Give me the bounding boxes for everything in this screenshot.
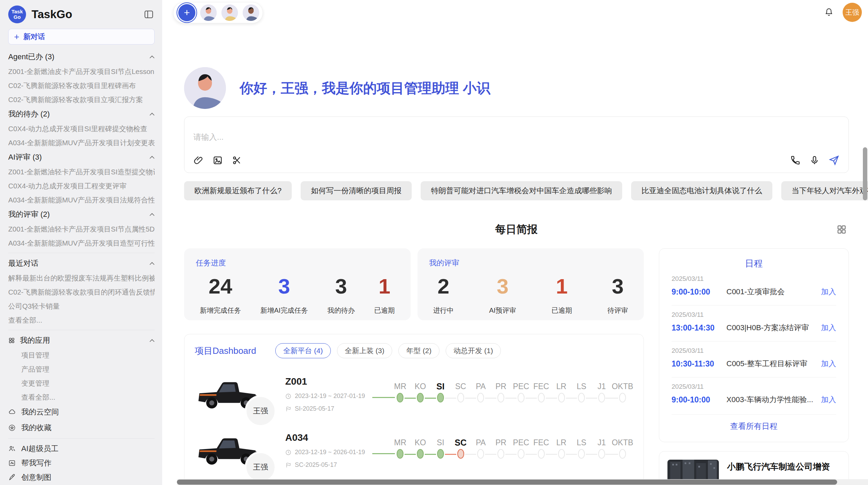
milestone-dot xyxy=(477,393,484,402)
image-icon[interactable] xyxy=(213,155,223,165)
app-link-item[interactable]: 产品管理 xyxy=(8,362,155,376)
sidebar-item-cloud-space[interactable]: 我的云空间 xyxy=(8,404,155,420)
suggestion-chip[interactable]: 比亚迪全固态电池计划具体说了什么 xyxy=(631,181,772,200)
agent-avatar-1[interactable] xyxy=(200,4,217,21)
sidebar-section-header[interactable]: 我的评审 (2) xyxy=(8,207,155,222)
milestone: MR xyxy=(390,381,410,408)
phone-call-icon[interactable] xyxy=(790,155,800,165)
app-link-item[interactable]: 变更管理 xyxy=(8,376,155,390)
join-meeting-link[interactable]: 加入 xyxy=(821,395,836,405)
input-toolbar xyxy=(193,153,840,167)
sidebar-task-item[interactable]: A034-全新新能源MUV产品开发项目法规符合性评审 xyxy=(8,193,155,207)
dashboard-tab[interactable]: 年型 (2) xyxy=(398,343,439,358)
join-meeting-link[interactable]: 加入 xyxy=(821,287,836,297)
recent-conversation-item[interactable]: 公司Q3轻卡销量 xyxy=(8,299,155,313)
view-all-schedule-link[interactable]: 查看所有日程 xyxy=(672,414,836,435)
layout-grid-icon[interactable] xyxy=(836,224,847,235)
person-illustration xyxy=(200,4,217,21)
sidebar-item-help-write[interactable]: 帮我写作 xyxy=(8,456,155,470)
sidebar-task-item[interactable]: C0X4-动力总成开发项目工程变更评审 xyxy=(8,179,155,193)
clock-icon xyxy=(285,449,291,456)
dashboard-tab[interactable]: 全新平台 (4) xyxy=(275,343,331,358)
agent-pill: + xyxy=(173,2,263,23)
join-meeting-link[interactable]: 加入 xyxy=(821,323,836,333)
notifications-bell-icon[interactable] xyxy=(824,8,834,17)
section-title: 我的评审 (2) xyxy=(8,209,149,220)
microphone-icon[interactable] xyxy=(809,155,820,165)
agent-avatar-3[interactable] xyxy=(243,4,259,21)
project-row[interactable]: 王强A0342023-12-19 ~ 2026-01-19SC-2025-05-… xyxy=(195,430,633,471)
send-icon[interactable] xyxy=(829,155,840,166)
chevron-up-icon[interactable] xyxy=(149,156,155,159)
sidebar-item-creative-drawing[interactable]: 创意制图 xyxy=(8,470,155,485)
sidebar-item-ai-super-staff[interactable]: AI超级员工 xyxy=(8,442,155,456)
sidebar-task-item[interactable]: C02-飞腾新能源轻客改款项目立项汇报方案 xyxy=(8,92,155,107)
person-illustration xyxy=(243,4,259,21)
suggestion-chip[interactable]: 当下年轻人对汽车外观有怎样的喜好趋势 xyxy=(781,181,868,200)
milestone-label: KO xyxy=(410,381,431,392)
flag-icon xyxy=(285,462,291,468)
add-agent-button[interactable]: + xyxy=(178,4,195,21)
scissors-icon[interactable] xyxy=(232,155,242,165)
chevron-up-icon[interactable] xyxy=(149,112,155,116)
milestone-dot xyxy=(619,393,626,402)
collapse-sidebar-icon[interactable] xyxy=(143,9,155,20)
chevron-up-icon[interactable] xyxy=(149,262,155,265)
star-circle-icon xyxy=(8,424,16,432)
suggestion-chip[interactable]: 特朗普可能对进口汽车增税会对中国车企造成哪些影响 xyxy=(421,181,622,200)
sidebar-item-label: 创意制图 xyxy=(21,472,51,483)
milestone: PEC xyxy=(511,437,531,464)
horizontal-scrollbar-track[interactable] xyxy=(177,479,868,485)
sidebar-section-header[interactable]: 我的待办 (2) xyxy=(8,107,155,122)
sidebar-task-item[interactable]: A034-全新新能源MUV产品开发项目造型可行性评审 xyxy=(8,236,155,250)
horizontal-scrollbar-thumb[interactable] xyxy=(177,480,837,485)
chevron-up-icon[interactable] xyxy=(149,55,155,59)
agent-avatar-2[interactable] xyxy=(221,4,238,21)
recent-conversation-item[interactable]: C02-飞腾新能源轻客改款项目的闭环通告反馈情况 xyxy=(8,285,155,299)
milestone: LR xyxy=(551,381,571,408)
milestone: PR xyxy=(491,381,511,408)
sidebar-task-item[interactable]: Z001-全新燃油轻卡产品开发项目SI节点属性5D文件评审 xyxy=(8,222,155,236)
attachment-icon[interactable] xyxy=(193,155,204,165)
event-time: 9:00-10:00 xyxy=(672,395,726,405)
view-all-conversations-link[interactable]: 查看全部... xyxy=(8,313,155,327)
milestone-dot xyxy=(518,393,525,402)
dashboard-tab[interactable]: 动总开发 (1) xyxy=(446,343,501,358)
dashboard-tab[interactable]: 全新上装 (3) xyxy=(337,343,393,358)
milestone-dot xyxy=(538,393,545,402)
vertical-scrollbar-thumb[interactable] xyxy=(863,147,867,200)
sidebar-task-item[interactable]: C0X4-动力总成开发项目SI里程碑提交物检查 xyxy=(8,122,155,136)
sidebar-item-favorites[interactable]: 我的收藏 xyxy=(8,420,155,436)
cloud-icon xyxy=(8,408,16,416)
suggestion-chip[interactable]: 如何写一份清晰的项目周报 xyxy=(301,181,412,200)
milestone: OKTB xyxy=(612,437,633,464)
view-all-apps-link[interactable]: 查看全部... xyxy=(8,390,155,404)
milestone-label: OKTB xyxy=(612,437,633,448)
stat-item: 3AI预评审 xyxy=(489,274,516,315)
suggestion-chip[interactable]: 欧洲新规最近颁布了什么? xyxy=(184,181,292,200)
chat-input[interactable] xyxy=(193,123,840,153)
stat-label: 我的待办 xyxy=(327,306,355,315)
sidebar-task-item[interactable]: A034-全新新能源MUV产品开发项目计划变更表编写 xyxy=(8,136,155,150)
recent-conversation-item[interactable]: 解释最新出台的欧盟报废车法规再生塑料比例被调至15%... xyxy=(8,271,155,285)
my-apps-header[interactable]: 我的应用 xyxy=(8,333,155,348)
new-chat-button[interactable]: + 新对话 xyxy=(8,29,155,45)
user-avatar[interactable]: 王强 xyxy=(843,3,862,22)
daily-brief-header: 每日简报 xyxy=(184,222,849,237)
sidebar-task-item[interactable]: Z001-全新燃油皮卡产品开发项目SI节点Lesson Learn报告 xyxy=(8,64,155,78)
project-row[interactable]: 王强Z0012023-12-19 ~ 2027-01-19SI-2025-05-… xyxy=(195,374,633,414)
chevron-up-icon[interactable] xyxy=(149,213,155,216)
sidebar-task-item[interactable]: Z001-全新燃油轻卡产品开发项目SI造型提交物评审 xyxy=(8,165,155,179)
app-link-item[interactable]: 项目管理 xyxy=(8,348,155,362)
stat-label: AI预评审 xyxy=(489,306,516,315)
milestone-label: SC xyxy=(450,381,471,392)
join-meeting-link[interactable]: 加入 xyxy=(821,359,836,369)
recent-section-header[interactable]: 最近对话 xyxy=(8,256,155,271)
stat-value: 2 xyxy=(433,274,454,298)
chevron-up-icon[interactable] xyxy=(149,339,155,342)
sidebar-task-item[interactable]: C02-飞腾新能源轻客改款项目里程碑画布 xyxy=(8,78,155,92)
schedule-event: 2025/03/1110:30-11:30C005-整车工程目标评审加入 xyxy=(672,341,836,377)
people-icon xyxy=(8,445,16,452)
sidebar-section-header[interactable]: Agent已办 (3) xyxy=(8,49,155,64)
sidebar-section-header[interactable]: AI评审 (3) xyxy=(8,150,155,165)
